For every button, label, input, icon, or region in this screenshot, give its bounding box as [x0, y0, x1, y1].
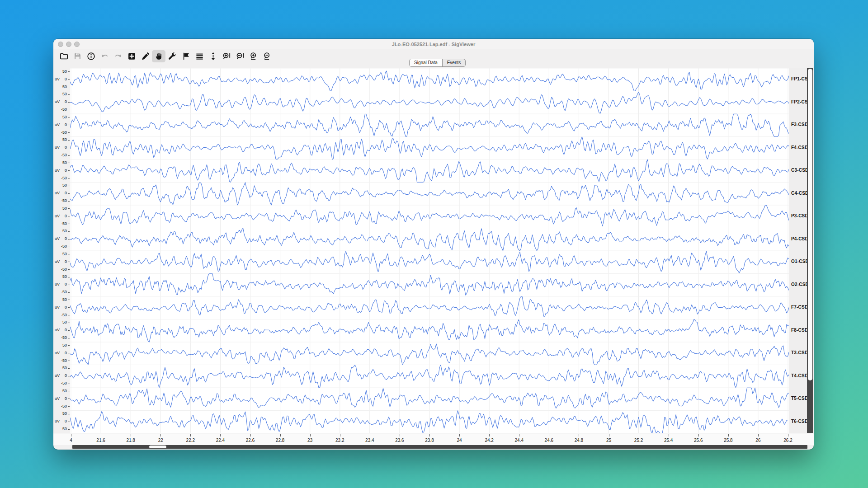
file-info-button[interactable]: [84, 50, 98, 62]
y-tick-mark: [68, 254, 70, 254]
unit-label: uV: [55, 282, 60, 286]
y-tick-label: 0: [65, 259, 67, 264]
signal-plot-area[interactable]: [70, 68, 789, 433]
time-tick-label: 25.8: [718, 438, 738, 443]
y-tick-label: 50: [62, 320, 67, 324]
channel-label-column: FP1-CSDFP2-CSDF3-CSDF4-CSDC3-CSDC4-CSDP3…: [789, 68, 807, 433]
y-tick-label: 50: [62, 137, 67, 142]
tab-events[interactable]: Events: [442, 59, 466, 66]
zoom-out-vertical-button[interactable]: [260, 50, 274, 62]
time-tick-mark: [131, 434, 131, 436]
time-tick-mark: [400, 434, 400, 436]
y-tick-mark: [68, 361, 70, 361]
zoom-in-horizontal-icon: [222, 52, 231, 61]
window-title: JLo-EO-052521-Lap.edf - SigViewer: [53, 39, 814, 49]
time-tick-label: 23: [300, 438, 320, 443]
open-file-button[interactable]: [57, 50, 71, 62]
unit-label: uV: [55, 419, 60, 423]
y-tick-label: 0: [65, 373, 67, 378]
y-tick-label: -50: [61, 176, 67, 180]
new-event-button[interactable]: [125, 50, 138, 62]
y-tick-label: -50: [61, 313, 67, 317]
redo-button[interactable]: [111, 50, 125, 62]
time-tick-mark: [459, 434, 460, 436]
unit-label: uV: [55, 305, 60, 310]
hand-scroll-button[interactable]: [152, 50, 165, 62]
plus-square-icon: [127, 52, 136, 61]
time-tick-label: 23.8: [420, 438, 439, 443]
y-tick-mark: [68, 376, 70, 376]
toolbar: [57, 49, 274, 63]
y-tick-label: 0: [65, 214, 67, 218]
channel-list-button[interactable]: [193, 50, 206, 62]
unit-label: uV: [55, 99, 60, 104]
time-tick-mark: [728, 434, 729, 436]
time-tick-label: 22.8: [270, 438, 290, 443]
redo-icon: [114, 52, 123, 61]
view-tabs: Signal Data Events: [409, 59, 466, 67]
vertical-scrollbar-thumb[interactable]: [808, 69, 812, 380]
tab-signal-data[interactable]: Signal Data: [410, 59, 442, 66]
events-flag-button[interactable]: [179, 50, 193, 62]
channel-label-t6-csd: T6-CSD: [791, 419, 808, 424]
time-tick-mark: [489, 434, 490, 436]
auto-scale-button[interactable]: [206, 50, 220, 62]
time-tick-mark: [519, 434, 519, 436]
app-window: JLo-EO-052521-Lap.edf - SigViewer Signal…: [53, 39, 814, 450]
y-tick-mark: [68, 345, 70, 346]
save-file-button[interactable]: [71, 50, 84, 62]
y-tick-label: 50: [62, 411, 67, 416]
edit-event-button[interactable]: [138, 50, 152, 62]
y-tick-label: 0: [65, 419, 67, 423]
y-tick-mark: [68, 102, 70, 103]
zoom-in-vertical-button[interactable]: [247, 50, 260, 62]
time-tick-mark: [609, 434, 609, 436]
y-tick-mark: [68, 224, 70, 224]
y-tick-mark: [68, 391, 70, 391]
horizontal-scrollbar[interactable]: [72, 445, 807, 449]
y-tick-mark: [68, 193, 70, 194]
vertical-scrollbar[interactable]: [807, 68, 813, 433]
channel-label-t3-csd: T3-CSD: [791, 350, 808, 355]
time-tick-mark: [758, 434, 759, 436]
time-tick-label: 21.6: [91, 438, 111, 443]
title-bar[interactable]: JLo-EO-052521-Lap.edf - SigViewer: [53, 39, 814, 49]
y-tick-mark: [68, 132, 70, 133]
time-tick-label: 26: [748, 438, 768, 443]
y-tick-label: 0: [65, 328, 67, 332]
y-tick-label: -50: [61, 290, 67, 294]
y-tick-mark: [68, 117, 70, 117]
channel-label-c4-csd: C4-CSD: [791, 191, 808, 196]
zoom-out-horizontal-button[interactable]: [233, 50, 247, 62]
time-tick-mark: [340, 434, 340, 436]
horizontal-scrollbar-thumb[interactable]: [149, 446, 166, 448]
undo-button[interactable]: [98, 50, 111, 62]
time-tick-label: 23.6: [390, 438, 410, 443]
channel-label-t4-csd: T4-CSD: [791, 373, 808, 378]
y-tick-label: -50: [61, 244, 67, 249]
channel-label-f7-csd: F7-CSD: [791, 305, 808, 310]
preferences-button[interactable]: [165, 50, 179, 62]
y-tick-label: 50: [62, 183, 67, 188]
y-tick-mark: [68, 307, 70, 308]
y-tick-label: 0: [65, 145, 67, 150]
unit-label: uV: [55, 259, 60, 264]
y-tick-mark: [68, 163, 70, 163]
y-tick-label: 50: [62, 274, 67, 279]
time-tick-label: 25.4: [659, 438, 679, 443]
undo-icon: [100, 52, 109, 61]
y-tick-mark: [68, 269, 70, 270]
y-tick-label: 50: [62, 160, 67, 165]
unit-label: uV: [55, 214, 60, 218]
y-tick-label: -50: [61, 130, 67, 135]
y-tick-mark: [68, 406, 70, 407]
zoom-out-horizontal-icon: [236, 52, 245, 61]
y-tick-mark: [68, 94, 70, 95]
time-tick-label: 25.2: [629, 438, 649, 443]
time-tick-label: 26.2: [778, 438, 798, 443]
zoom-out-vertical-icon: [263, 52, 272, 61]
y-tick-label: 0: [65, 351, 67, 355]
y-tick-mark: [68, 231, 70, 232]
unit-label: uV: [55, 77, 60, 81]
zoom-in-horizontal-button[interactable]: [220, 50, 233, 62]
